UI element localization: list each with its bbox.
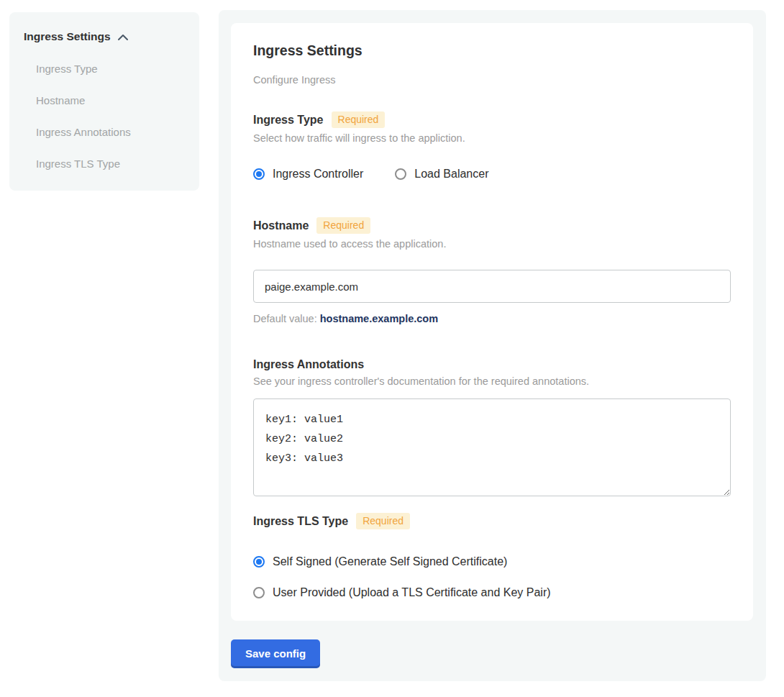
ingress-type-label: Ingress Type <box>253 114 324 127</box>
radio-label: Ingress Controller <box>273 168 363 181</box>
ingress-type-help: Select how traffic will ingress to the a… <box>253 132 731 144</box>
section-hostname: Hostname Required Hostname used to acces… <box>253 217 731 324</box>
default-value: hostname.example.com <box>320 313 438 324</box>
required-badge: Required <box>332 111 386 128</box>
hostname-help: Hostname used to access the application. <box>253 238 731 250</box>
required-badge: Required <box>356 513 410 529</box>
annotations-label: Ingress Annotations <box>253 358 364 371</box>
ingress-settings-card: Ingress Settings Configure Ingress Ingre… <box>231 23 753 621</box>
sidebar-group-label: Ingress Settings <box>24 30 111 43</box>
radio-label: User Provided (Upload a TLS Certificate … <box>273 586 551 599</box>
radio-label: Load Balancer <box>414 168 488 181</box>
sidebar-item-hostname[interactable]: Hostname <box>24 94 185 106</box>
radio-option-self-signed[interactable]: Self Signed (Generate Self Signed Certif… <box>253 555 731 568</box>
section-ingress-type: Ingress Type Required Select how traffic… <box>253 111 731 181</box>
radio-option-user-provided[interactable]: User Provided (Upload a TLS Certificate … <box>253 586 731 599</box>
default-prefix: Default value: <box>253 313 320 324</box>
radio-option-ingress-controller[interactable]: Ingress Controller <box>253 168 363 181</box>
config-main-panel: Ingress Settings Configure Ingress Ingre… <box>219 10 766 681</box>
sidebar-item-ingress-type[interactable]: Ingress Type <box>24 63 185 75</box>
radio-label: Self Signed (Generate Self Signed Certif… <box>273 555 507 568</box>
card-title: Ingress Settings <box>253 42 731 59</box>
radio-icon[interactable] <box>253 168 265 180</box>
chevron-up-icon <box>117 33 129 41</box>
sidebar-item-list: Ingress Type Hostname Ingress Annotation… <box>24 63 185 170</box>
hostname-default-line: Default value: hostname.example.com <box>253 313 731 324</box>
required-badge: Required <box>316 217 370 234</box>
hostname-input[interactable] <box>253 270 731 303</box>
tls-type-label: Ingress TLS Type <box>253 515 348 528</box>
sidebar-group-ingress-settings[interactable]: Ingress Settings <box>24 30 185 43</box>
ingress-type-radio-group: Ingress Controller Load Balancer <box>253 168 731 181</box>
section-ingress-tls-type: Ingress TLS Type Required Self Signed (G… <box>253 513 731 599</box>
card-subtitle: Configure Ingress <box>253 74 731 86</box>
annotations-textarea[interactable]: key1: value1 key2: value2 key3: value3 <box>253 398 731 496</box>
radio-icon[interactable] <box>253 556 265 568</box>
sidebar-item-ingress-annotations[interactable]: Ingress Annotations <box>24 126 185 138</box>
radio-icon[interactable] <box>395 168 406 180</box>
section-ingress-annotations: Ingress Annotations See your ingress con… <box>253 358 731 496</box>
save-config-button[interactable]: Save config <box>231 639 320 668</box>
sidebar-item-ingress-tls-type[interactable]: Ingress TLS Type <box>24 158 185 170</box>
hostname-label: Hostname <box>253 219 309 232</box>
radio-icon[interactable] <box>253 587 265 598</box>
annotations-help: See your ingress controller's documentat… <box>253 375 731 387</box>
config-nav-sidebar: Ingress Settings Ingress Type Hostname I… <box>9 12 199 191</box>
radio-option-load-balancer[interactable]: Load Balancer <box>395 168 488 181</box>
